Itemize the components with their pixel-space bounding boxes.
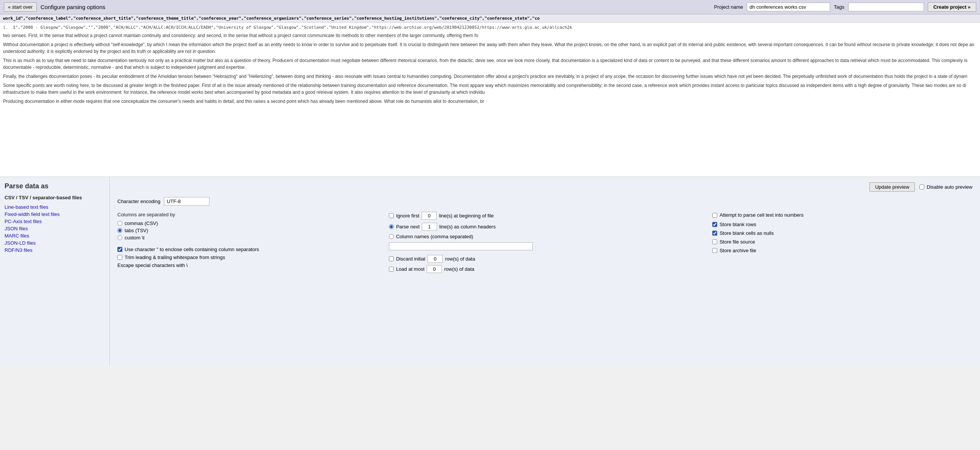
parse-next-input[interactable] [422,223,437,231]
tabs-option: tabs (TSV) [118,228,377,233]
store-blank-rows-label: Store blank rows [719,222,756,227]
update-preview-button[interactable]: Update preview [869,182,915,192]
right-options-col: Attempt to parse cell text into numbers … [712,212,972,275]
preview-paragraph-2: Without documentation a project is effec… [3,41,977,55]
preview-area: work_id","conference_label","conference_… [0,14,980,177]
use-character-checkbox[interactable] [118,247,123,252]
tabs-radio[interactable] [118,228,123,233]
header-bar: « start over Configure parsing options P… [0,0,980,14]
parse-data-as-title: Parse data as [5,182,105,190]
preview-paragraph-3: This is as much as to say that we need t… [3,57,977,71]
sidebar-item-fixed-width[interactable]: Fixed-width field text files [5,211,105,218]
sidebar-item-line-based[interactable]: Line-based text files [5,203,105,211]
ignore-first-suffix: line(s) at beginning of file [439,213,494,219]
discard-initial-label: Discard initial [396,256,425,262]
preview-paragraph-4: Finally, the challenges documentation po… [3,73,977,80]
ignore-first-input[interactable] [422,212,437,220]
encoding-input[interactable] [164,197,209,206]
columns-separated-title: Columns are separated by [118,212,377,217]
preview-paragraph-6: Producing documentation in either mode r… [3,98,977,105]
sidebar-item-json[interactable]: JSON files [5,225,105,232]
use-char-before: Use character " [124,247,158,252]
preview-paragraph-5: Some specific points are worth noting he… [3,82,977,96]
commas-label: commas (CSV) [124,220,158,226]
sidebar-section-header: CSV / TSV / separator-based files [5,195,105,200]
store-blank-cells-checkbox[interactable] [712,231,717,236]
load-at-most-label: Load at most [396,266,425,272]
discard-initial-input[interactable] [428,255,443,263]
row-data-1: 1","2000 - Glasgow","Glasgow","","2000",… [13,25,572,30]
configure-parsing-title: Configure parsing options [41,4,710,10]
trim-whitespace-checkbox[interactable] [118,255,123,260]
parse-next-label: Parse next [396,224,420,230]
store-file-source-option: Store file source [712,239,972,245]
ignore-first-row: Ignore first line(s) at beginning of fil… [389,212,701,220]
top-controls: Update preview Disable auto preview [118,182,972,192]
project-name-input[interactable] [747,3,830,11]
tags-input[interactable] [848,3,924,11]
load-at-most-checkbox[interactable] [389,266,394,271]
left-options-col: Columns are separated by commas (CSV) ta… [118,212,377,275]
load-at-most-row: Load at most row(s) of data [389,265,701,273]
trim-whitespace-label: Trim leading & trailing whitespace from … [124,255,225,260]
attempt-parse-option: Attempt to parse cell text into numbers [712,212,972,219]
tabs-label: tabs (TSV) [124,228,148,233]
discard-initial-suffix: row(s) of data [445,256,475,262]
store-blank-cells-option: Store blank cells as nulls [712,230,972,236]
sidebar-item-json-ld[interactable]: JSON-LD files [5,239,105,247]
column-names-row: Column names (comma separated) [389,234,701,239]
start-over-button[interactable]: « start over [4,2,37,12]
column-names-input[interactable] [389,242,533,250]
options-columns: Columns are separated by commas (CSV) ta… [118,212,972,275]
custom-option: custom \t [118,235,377,241]
row-number-1: 1. [3,25,11,30]
ignore-first-label: Ignore first [396,213,419,219]
parse-next-radio[interactable] [389,224,394,229]
attempt-parse-checkbox[interactable] [712,213,717,218]
parse-next-row: Parse next line(s) as column headers [389,223,701,231]
custom-radio[interactable] [118,235,123,240]
column-names-radio[interactable] [389,234,394,239]
preview-header-row: work_id","conference_label","conference_… [0,14,980,23]
sidebar-item-marc[interactable]: MARC files [5,232,105,239]
sidebar: Parse data as CSV / TSV / separator-base… [0,177,110,366]
encoding-label: Character encoding [118,198,160,204]
sidebar-item-rdf-n3[interactable]: RDF/N3 files [5,247,105,254]
store-archive-file-option: Store archive file [712,248,972,254]
ignore-first-checkbox[interactable] [389,213,394,218]
preview-content: 1. 1","2000 - Glasgow","Glasgow","","200… [0,23,980,109]
middle-options-col: Ignore first line(s) at beginning of fil… [389,212,701,275]
parse-next-suffix: line(s) as column headers [439,224,496,230]
disable-auto-preview-label: Disable auto preview [927,184,972,190]
column-names-label: Column names (comma separated) [396,234,473,239]
escape-special-text: Escape special characters with \ [118,263,377,268]
disable-auto-preview-checkbox[interactable] [920,185,924,189]
tags-label: Tags [834,4,844,10]
store-file-source-checkbox[interactable] [712,239,717,244]
preview-paragraph-1: two senses. First, in the sense that wit… [3,32,977,39]
discard-initial-row: Discard initial row(s) of data [389,255,701,263]
use-character-label: Use character " to enclose cells contain… [124,247,259,252]
store-blank-rows-checkbox[interactable] [712,222,717,227]
store-blank-rows-option: Store blank rows [712,222,972,227]
attempt-parse-label: Attempt to parse cell text into numbers [719,212,803,219]
store-blank-cells-label: Store blank cells as nulls [719,230,774,236]
commas-option: commas (CSV) [118,220,377,226]
disable-auto-preview-row: Disable auto preview [920,184,972,190]
create-project-button[interactable]: Create project » [928,2,976,12]
use-character-option: Use character " to enclose cells contain… [118,247,377,252]
trim-whitespace-option: Trim leading & trailing whitespace from … [118,255,377,260]
sidebar-item-pc-axis[interactable]: PC-Axis text files [5,218,105,225]
store-archive-file-checkbox[interactable] [712,248,717,253]
store-file-source-label: Store file source [719,239,755,245]
encoding-row: Character encoding [118,197,972,206]
preview-row-1: 1. 1","2000 - Glasgow","Glasgow","","200… [3,25,977,30]
options-area: Parse data as CSV / TSV / separator-base… [0,177,980,366]
columns-separated-group: Columns are separated by commas (CSV) ta… [118,212,377,241]
load-at-most-input[interactable] [427,265,442,273]
discard-initial-checkbox[interactable] [389,257,394,261]
main-options: Update preview Disable auto preview Char… [110,177,980,366]
use-char-after: to enclose cells containing column separ… [160,247,259,252]
project-name-label: Project name [714,4,743,10]
commas-radio[interactable] [118,221,123,226]
